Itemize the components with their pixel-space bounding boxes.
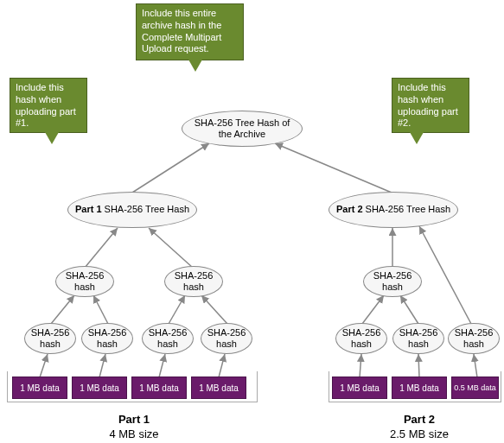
callout-part2-hash: Include this hash when uploading part #2…	[392, 78, 469, 133]
data-block-label: 1 MB data	[199, 383, 239, 393]
svg-line-11	[400, 295, 418, 324]
data-block-1mb: 1 MB data	[12, 377, 67, 399]
node-label: SHA-256 hash	[399, 327, 438, 350]
data-block-label: 1 MB data	[139, 383, 179, 393]
svg-line-5	[419, 226, 471, 324]
part-size: 4 MB size	[86, 427, 182, 442]
data-block-label: 0.5 MB data	[454, 383, 496, 392]
node-part1-tree-hash: Part 1 SHA-256 Tree Hash	[67, 192, 197, 228]
node-label: SHA-256 hash	[207, 327, 246, 350]
node-label: SHA-256 hash	[61, 270, 108, 293]
data-block-label: 1 MB data	[399, 383, 439, 393]
node-leaf-hash: SHA-256 hash	[142, 323, 194, 354]
node-leaf-hash: SHA-256 hash	[392, 323, 444, 354]
callout-text: Include this hash when uploading part #1…	[16, 82, 76, 128]
node-part2-tree-hash: Part 2 SHA-256 Tree Hash	[329, 192, 458, 228]
node-label: SHA-256 Tree Hash of the Archive	[188, 117, 297, 140]
node-label: Part 2 SHA-256 Tree Hash	[336, 204, 450, 215]
data-block-1mb: 1 MB data	[191, 377, 246, 399]
node-label: SHA-256 hash	[30, 327, 70, 350]
callout-archive-hash: Include this entire archive hash in the …	[136, 3, 244, 60]
callout-part1-hash: Include this hash when uploading part #1…	[10, 78, 87, 133]
node-inter-hash: SHA-256 hash	[55, 266, 114, 297]
node-label: Part 1 SHA-256 Tree Hash	[75, 204, 189, 215]
node-label: SHA-256 hash	[170, 270, 217, 293]
svg-line-8	[169, 295, 185, 324]
node-label: SHA-256 hash	[87, 327, 127, 350]
data-block-1mb: 1 MB data	[72, 377, 127, 399]
svg-line-1	[275, 143, 392, 193]
data-block-1mb: 1 MB data	[392, 377, 447, 399]
node-leaf-hash: SHA-256 hash	[81, 323, 133, 354]
data-block-half-mb: 0.5 MB data	[451, 377, 499, 399]
node-inter-hash: SHA-256 hash	[164, 266, 223, 297]
part2-label: Part 2 2.5 MB size	[372, 413, 467, 442]
svg-line-9	[201, 295, 227, 324]
node-leaf-hash: SHA-256 hash	[335, 323, 387, 354]
data-block-1mb: 1 MB data	[332, 377, 387, 399]
part-name: Part 2	[372, 413, 467, 427]
svg-line-10	[362, 295, 384, 324]
svg-line-6	[51, 295, 74, 324]
svg-line-3	[149, 228, 193, 268]
part1-label: Part 1 4 MB size	[86, 413, 182, 442]
data-block-label: 1 MB data	[80, 383, 119, 393]
node-label: SHA-256 hash	[454, 327, 494, 350]
svg-line-2	[85, 228, 118, 268]
data-block-label: 1 MB data	[20, 383, 60, 393]
callout-text: Include this hash when uploading part #2…	[398, 82, 458, 128]
node-leaf-hash: SHA-256 hash	[201, 323, 252, 354]
data-block-label: 1 MB data	[340, 383, 380, 393]
data-block-1mb: 1 MB data	[131, 377, 187, 399]
node-label: SHA-256 hash	[341, 327, 381, 350]
node-label: SHA-256 hash	[369, 270, 416, 293]
node-leaf-hash: SHA-256 hash	[24, 323, 76, 354]
node-leaf-hash: SHA-256 hash	[448, 323, 500, 354]
part-name: Part 1	[86, 413, 182, 427]
node-label: SHA-256 hash	[148, 327, 188, 350]
node-archive-hash: SHA-256 Tree Hash of the Archive	[182, 111, 303, 147]
callout-text: Include this entire archive hash in the …	[142, 8, 221, 54]
svg-line-0	[132, 143, 209, 193]
node-inter-hash: SHA-256 hash	[363, 266, 422, 297]
part-size: 2.5 MB size	[372, 427, 467, 442]
svg-line-7	[93, 295, 108, 324]
